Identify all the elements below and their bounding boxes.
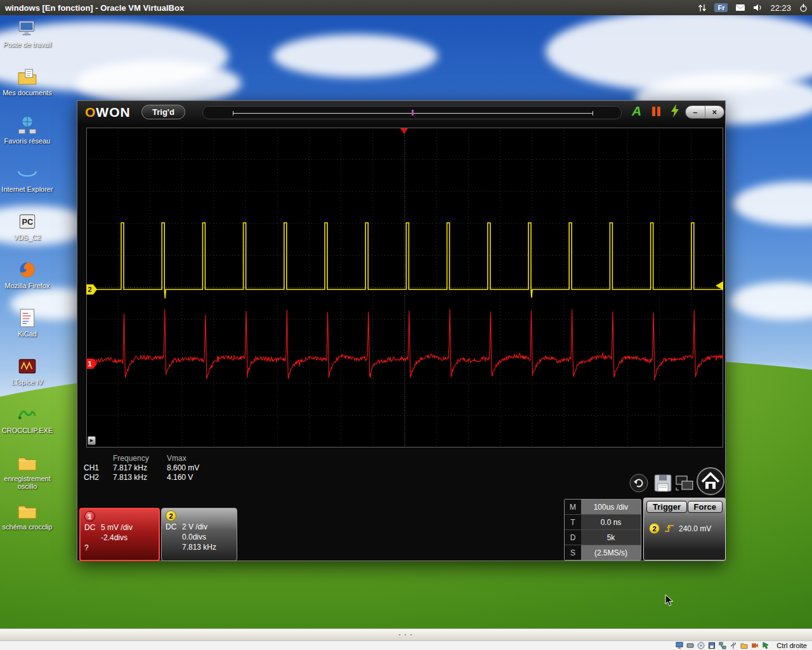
folder-icon	[16, 452, 38, 474]
desktop-icon-enregistrement-oscillo[interactable]: enregistrement oscillo	[1, 452, 54, 498]
expand-button[interactable]: ▶	[88, 436, 96, 445]
usb-status-icon[interactable]	[730, 642, 737, 649]
trigger-panel[interactable]: Trigger Force 2 240.0 mV	[643, 498, 726, 560]
icon-label: Poste de travail	[1, 41, 53, 48]
firefox-icon	[16, 259, 38, 281]
mouse-integration-status-icon[interactable]	[762, 642, 769, 649]
scope-display: 21 ▶	[86, 128, 723, 448]
ch1-frequency: ?	[84, 543, 101, 552]
autoset-icon[interactable]: A	[632, 103, 641, 119]
timebase-row-t[interactable]: T0.0 ns	[565, 515, 641, 530]
timebase-key-d: D	[565, 530, 581, 545]
desktop-icon-crocclip[interactable]: CROCCLIP.EXE	[1, 404, 54, 449]
window-title: windows [En fonction] - Oracle VM Virtua…	[5, 3, 184, 13]
measurements: Frequency Vmax CH1 7.817 kHz 8.600 mV CH…	[84, 454, 225, 482]
trigger-source-badge: 2	[649, 523, 660, 534]
waveform-canvas: 21	[86, 128, 723, 448]
ch2-scale: 2 V /div	[182, 522, 207, 531]
trigger-position-marker[interactable]	[412, 110, 414, 116]
floppy-status-icon[interactable]	[708, 642, 716, 649]
documents-folder-icon	[16, 66, 38, 88]
updown-arrows-icon[interactable]	[698, 4, 707, 12]
channel1-panel[interactable]: 1 DC5 mV /div -2.4divs ?	[79, 508, 160, 561]
optical-disc-status-icon[interactable]	[697, 642, 705, 649]
channel2-badge: 2	[166, 510, 176, 521]
guest-taskbar[interactable]: • • •	[0, 628, 812, 640]
meas-col-frequency: Frequency	[113, 454, 167, 463]
icon-label: Favoris réseau	[1, 137, 53, 145]
timebase-value-s: (2.5MS/s)	[581, 545, 641, 560]
minimize-button[interactable]: –	[686, 106, 705, 118]
recall-icon[interactable]	[629, 473, 649, 493]
timebase-panel[interactable]: M100us /div T0.0 ns D5k S(2.5MS/s)	[564, 499, 641, 560]
meas-ch1-frequency: 7.817 kHz	[113, 463, 167, 473]
meas-col-vmax: Vmax	[167, 454, 225, 463]
clock[interactable]: 22:23	[770, 3, 791, 13]
mouse-cursor	[665, 594, 676, 607]
window-controls: – ×	[685, 105, 724, 119]
desktop-icons: Poste de travail Mes documents Favoris r…	[0, 18, 55, 548]
hard-disk-status-icon[interactable]	[686, 642, 694, 649]
icon-label: VDS_C2	[1, 234, 53, 241]
trigger-time-marker[interactable]	[400, 128, 408, 134]
meas-spacer	[84, 454, 113, 463]
virtualbox-statusbar: Ctrl droite	[0, 640, 812, 650]
timebase-value-t: 0.0 ns	[581, 515, 641, 529]
meas-ch2-label: CH2	[84, 473, 113, 482]
cloud	[733, 182, 812, 226]
timebase-value-m: 100us /div	[581, 500, 641, 514]
trigger-button[interactable]: Trigger	[646, 501, 687, 513]
meas-ch2-vmax: 4.160 V	[167, 473, 225, 482]
channel2-panel[interactable]: 2 DC2 V /div 0.0divs 7.813 kHz	[161, 508, 237, 561]
ltspice-icon	[16, 355, 38, 377]
desktop-icon-schema-crocclip[interactable]: schéma crocclip	[1, 500, 54, 546]
cloud	[273, 34, 438, 77]
close-button[interactable]: ×	[705, 106, 724, 118]
desktop-icon-kicad[interactable]: KiCad	[1, 307, 54, 353]
trigger-level-marker[interactable]	[716, 281, 723, 290]
single-trigger-icon[interactable]	[671, 104, 680, 118]
taskbar-grip[interactable]: • • •	[399, 632, 414, 637]
timebase-row-d[interactable]: D5k	[565, 530, 641, 545]
home-icon[interactable]	[696, 467, 725, 496]
display-status-icon[interactable]	[676, 642, 683, 649]
icon-label: enregistrement oscillo	[1, 475, 53, 490]
timebase-key-m: M	[565, 500, 581, 514]
icon-label: CROCCLIP.EXE	[1, 427, 53, 434]
timebase-row-s[interactable]: S(2.5MS/s)	[565, 545, 641, 560]
desktop-icon-ltspice[interactable]: LTspice IV	[1, 355, 54, 401]
shared-folders-status-icon[interactable]	[740, 642, 748, 649]
horizontal-position-bar[interactable]	[202, 106, 622, 119]
desktop-icon-internet-explorer[interactable]: e Internet Explorer	[1, 162, 54, 208]
network-status-icon[interactable]	[719, 642, 726, 649]
icon-label: KiCad	[1, 330, 53, 338]
network-icon	[16, 114, 38, 136]
window-copy-icon[interactable]	[674, 473, 695, 493]
svg-text:1: 1	[88, 360, 92, 368]
desktop-icon-mes-documents[interactable]: Mes documents	[1, 66, 54, 112]
timebase-row-m[interactable]: M100us /div	[565, 500, 641, 515]
svg-text:2: 2	[88, 286, 92, 293]
channel1-badge: 1	[84, 511, 95, 522]
logo-o: O	[85, 105, 96, 119]
ch2-offset: 0.0divs	[182, 533, 206, 541]
force-button[interactable]: Force	[688, 501, 723, 513]
desktop-icon-firefox[interactable]: Mozilla Firefox	[1, 259, 54, 305]
keyboard-layout-indicator[interactable]: Fr	[714, 3, 728, 12]
cloud	[76, 61, 241, 105]
mail-icon[interactable]	[735, 4, 745, 11]
desktop-icon-poste-de-travail[interactable]: Poste de travail	[1, 18, 54, 63]
virtualbox-titlebar[interactable]: windows [En fonction] - Oracle VM Virtua…	[0, 0, 812, 15]
icon-label: Mozilla Firefox	[1, 282, 53, 289]
svg-text:PC: PC	[22, 217, 34, 227]
ch1-offset: -2.4divs	[101, 533, 128, 542]
crocclip-icon	[16, 404, 38, 425]
desktop-icon-vds-c2[interactable]: PC VDS_C2	[1, 211, 54, 256]
power-icon[interactable]	[799, 3, 808, 13]
run-stop-icon[interactable]	[652, 107, 660, 116]
save-icon[interactable]	[653, 473, 673, 493]
desktop-icon-favoris-reseau[interactable]: Favoris réseau	[1, 114, 54, 160]
volume-icon[interactable]	[753, 4, 763, 11]
timebase-value-d: 5k	[581, 530, 641, 545]
video-capture-status-icon[interactable]	[751, 642, 759, 649]
